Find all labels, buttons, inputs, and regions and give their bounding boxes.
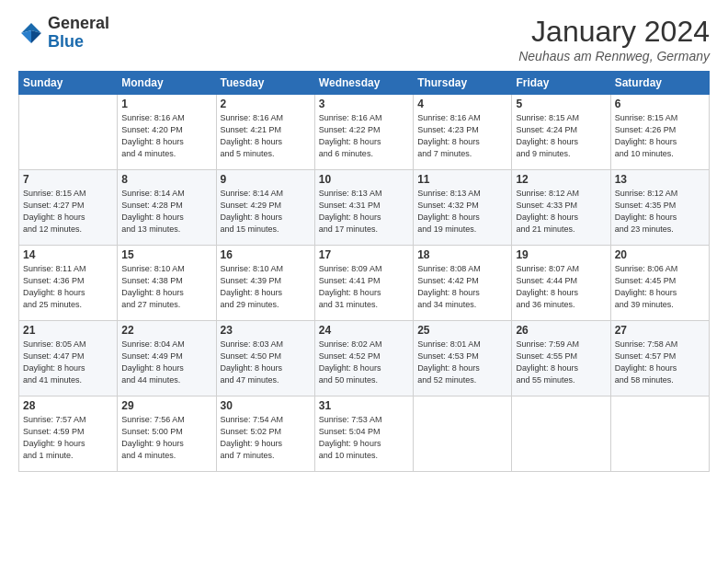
cell-info: Sunrise: 7:58 AMSunset: 4:57 PMDaylight:… — [615, 339, 705, 386]
cell-info: Sunrise: 8:03 AMSunset: 4:50 PMDaylight:… — [221, 339, 311, 386]
cell-info: Sunrise: 8:16 AMSunset: 4:21 PMDaylight:… — [221, 112, 311, 160]
calendar-cell: 23Sunrise: 8:03 AMSunset: 4:50 PMDayligh… — [216, 321, 314, 396]
day-number: 1 — [121, 98, 211, 110]
calendar-cell: 12Sunrise: 8:12 AMSunset: 4:33 PMDayligh… — [512, 170, 610, 246]
cell-info: Sunrise: 8:10 AMSunset: 4:38 PMDaylight:… — [121, 263, 211, 311]
day-number: 17 — [319, 248, 409, 261]
calendar-cell — [19, 95, 118, 170]
day-number: 7 — [23, 173, 113, 186]
calendar-cell — [512, 396, 610, 472]
cell-info: Sunrise: 8:10 AMSunset: 4:39 PMDaylight:… — [221, 263, 311, 311]
calendar-cell: 22Sunrise: 8:04 AMSunset: 4:49 PMDayligh… — [118, 321, 216, 396]
week-row-4: 21Sunrise: 8:05 AMSunset: 4:47 PMDayligh… — [19, 321, 710, 396]
cell-info: Sunrise: 8:05 AMSunset: 4:47 PMDaylight:… — [23, 339, 113, 386]
calendar-cell: 30Sunrise: 7:54 AMSunset: 5:02 PMDayligh… — [216, 396, 314, 472]
week-row-3: 14Sunrise: 8:11 AMSunset: 4:36 PMDayligh… — [19, 246, 710, 321]
day-number: 25 — [417, 324, 507, 337]
calendar-cell: 15Sunrise: 8:10 AMSunset: 4:38 PMDayligh… — [118, 246, 216, 321]
day-number: 24 — [319, 324, 409, 337]
cell-info: Sunrise: 8:13 AMSunset: 4:31 PMDaylight:… — [319, 188, 409, 236]
cell-info: Sunrise: 8:04 AMSunset: 4:49 PMDaylight:… — [121, 339, 211, 386]
month-title: January 2024 — [518, 15, 710, 49]
day-number: 28 — [23, 399, 113, 412]
header: General Blue January 2024 Neuhaus am Ren… — [18, 15, 710, 63]
calendar-cell — [610, 396, 709, 472]
weekday-header-wednesday: Wednesday — [314, 72, 413, 95]
calendar-cell: 20Sunrise: 8:06 AMSunset: 4:45 PMDayligh… — [610, 246, 709, 321]
day-number: 30 — [221, 399, 311, 412]
day-number: 12 — [516, 173, 606, 186]
day-number: 21 — [23, 324, 113, 337]
day-number: 14 — [23, 248, 113, 261]
weekday-header-tuesday: Tuesday — [216, 72, 314, 95]
calendar-cell: 24Sunrise: 8:02 AMSunset: 4:52 PMDayligh… — [314, 321, 413, 396]
day-number: 19 — [516, 248, 606, 261]
weekday-header-monday: Monday — [118, 72, 216, 95]
cell-info: Sunrise: 8:06 AMSunset: 4:45 PMDaylight:… — [615, 263, 705, 311]
day-number: 10 — [319, 173, 409, 186]
calendar-cell: 1Sunrise: 8:16 AMSunset: 4:20 PMDaylight… — [118, 95, 216, 170]
calendar-cell: 29Sunrise: 7:56 AMSunset: 5:00 PMDayligh… — [118, 396, 216, 472]
cell-info: Sunrise: 7:56 AMSunset: 5:00 PMDaylight:… — [121, 414, 211, 462]
day-number: 11 — [417, 173, 507, 186]
cell-info: Sunrise: 8:15 AMSunset: 4:24 PMDaylight:… — [516, 112, 606, 160]
calendar-cell: 5Sunrise: 8:15 AMSunset: 4:24 PMDaylight… — [512, 95, 610, 170]
calendar-cell: 31Sunrise: 7:53 AMSunset: 5:04 PMDayligh… — [314, 396, 413, 472]
logo: General Blue — [18, 15, 109, 52]
day-number: 27 — [615, 324, 705, 337]
calendar-cell: 25Sunrise: 8:01 AMSunset: 4:53 PMDayligh… — [414, 321, 512, 396]
calendar-cell: 4Sunrise: 8:16 AMSunset: 4:23 PMDaylight… — [414, 95, 512, 170]
weekday-header-row: SundayMondayTuesdayWednesdayThursdayFrid… — [19, 72, 710, 95]
day-number: 22 — [121, 324, 211, 337]
cell-info: Sunrise: 8:12 AMSunset: 4:35 PMDaylight:… — [615, 188, 705, 236]
calendar-cell: 6Sunrise: 8:15 AMSunset: 4:26 PMDaylight… — [610, 95, 709, 170]
logo-icon — [18, 20, 44, 46]
cell-info: Sunrise: 7:57 AMSunset: 4:59 PMDaylight:… — [23, 414, 113, 462]
location: Neuhaus am Rennweg, Germany — [518, 49, 710, 63]
calendar-cell: 27Sunrise: 7:58 AMSunset: 4:57 PMDayligh… — [610, 321, 709, 396]
calendar-cell: 16Sunrise: 8:10 AMSunset: 4:39 PMDayligh… — [216, 246, 314, 321]
week-row-2: 7Sunrise: 8:15 AMSunset: 4:27 PMDaylight… — [19, 170, 710, 246]
day-number: 16 — [221, 248, 311, 261]
cell-info: Sunrise: 8:16 AMSunset: 4:20 PMDaylight:… — [121, 112, 211, 160]
calendar-cell: 26Sunrise: 7:59 AMSunset: 4:55 PMDayligh… — [512, 321, 610, 396]
calendar-cell: 14Sunrise: 8:11 AMSunset: 4:36 PMDayligh… — [19, 246, 118, 321]
cell-info: Sunrise: 8:15 AMSunset: 4:27 PMDaylight:… — [23, 188, 113, 236]
cell-info: Sunrise: 8:13 AMSunset: 4:32 PMDaylight:… — [417, 188, 507, 236]
calendar-cell: 9Sunrise: 8:14 AMSunset: 4:29 PMDaylight… — [216, 170, 314, 246]
logo-text: General Blue — [48, 15, 109, 52]
calendar-cell: 19Sunrise: 8:07 AMSunset: 4:44 PMDayligh… — [512, 246, 610, 321]
cell-info: Sunrise: 8:07 AMSunset: 4:44 PMDaylight:… — [516, 263, 606, 311]
calendar-cell: 7Sunrise: 8:15 AMSunset: 4:27 PMDaylight… — [19, 170, 118, 246]
calendar-cell: 18Sunrise: 8:08 AMSunset: 4:42 PMDayligh… — [414, 246, 512, 321]
day-number: 4 — [417, 98, 507, 110]
day-number: 26 — [516, 324, 606, 337]
weekday-header-thursday: Thursday — [414, 72, 512, 95]
day-number: 3 — [319, 98, 409, 110]
calendar-cell: 28Sunrise: 7:57 AMSunset: 4:59 PMDayligh… — [19, 396, 118, 472]
weekday-header-friday: Friday — [512, 72, 610, 95]
day-number: 5 — [516, 98, 606, 110]
calendar-cell: 3Sunrise: 8:16 AMSunset: 4:22 PMDaylight… — [314, 95, 413, 170]
day-number: 6 — [615, 98, 705, 110]
cell-info: Sunrise: 8:14 AMSunset: 4:28 PMDaylight:… — [121, 188, 211, 236]
cell-info: Sunrise: 8:09 AMSunset: 4:41 PMDaylight:… — [319, 263, 409, 311]
day-number: 31 — [319, 399, 409, 412]
cell-info: Sunrise: 7:59 AMSunset: 4:55 PMDaylight:… — [516, 339, 606, 386]
cell-info: Sunrise: 8:16 AMSunset: 4:22 PMDaylight:… — [319, 112, 409, 160]
cell-info: Sunrise: 8:12 AMSunset: 4:33 PMDaylight:… — [516, 188, 606, 236]
cell-info: Sunrise: 8:15 AMSunset: 4:26 PMDaylight:… — [615, 112, 705, 160]
calendar-cell: 10Sunrise: 8:13 AMSunset: 4:31 PMDayligh… — [314, 170, 413, 246]
cell-info: Sunrise: 8:01 AMSunset: 4:53 PMDaylight:… — [417, 339, 507, 386]
cell-info: Sunrise: 7:53 AMSunset: 5:04 PMDaylight:… — [319, 414, 409, 462]
week-row-1: 1Sunrise: 8:16 AMSunset: 4:20 PMDaylight… — [19, 95, 710, 170]
calendar-cell — [414, 396, 512, 472]
cell-info: Sunrise: 8:08 AMSunset: 4:42 PMDaylight:… — [417, 263, 507, 311]
day-number: 13 — [615, 173, 705, 186]
cell-info: Sunrise: 8:11 AMSunset: 4:36 PMDaylight:… — [23, 263, 113, 311]
calendar-cell: 13Sunrise: 8:12 AMSunset: 4:35 PMDayligh… — [610, 170, 709, 246]
cell-info: Sunrise: 8:16 AMSunset: 4:23 PMDaylight:… — [417, 112, 507, 160]
day-number: 8 — [121, 173, 211, 186]
cell-info: Sunrise: 7:54 AMSunset: 5:02 PMDaylight:… — [221, 414, 311, 462]
cell-info: Sunrise: 8:14 AMSunset: 4:29 PMDaylight:… — [221, 188, 311, 236]
